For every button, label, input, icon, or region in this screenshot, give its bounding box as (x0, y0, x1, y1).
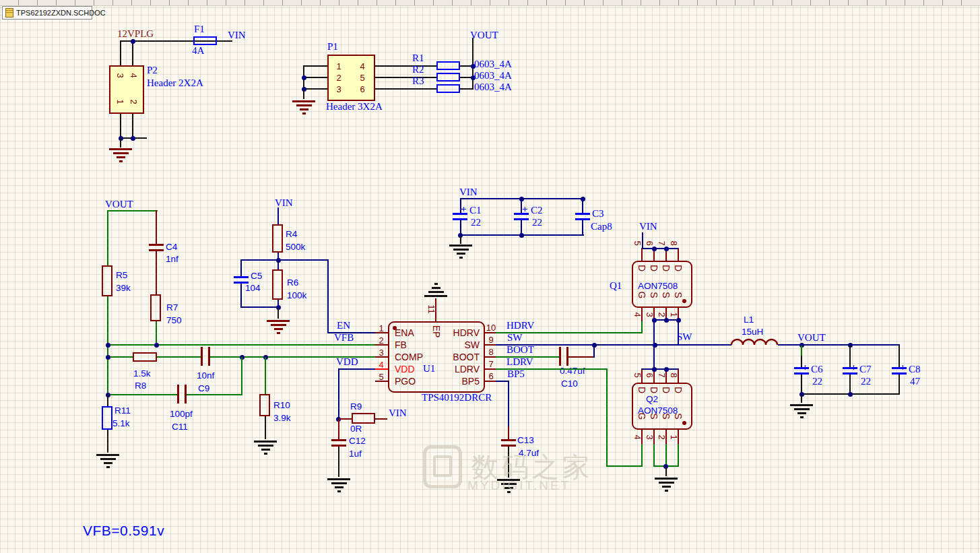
designator-r4[interactable]: R4 (286, 230, 297, 239)
designator-c12[interactable]: C12 (349, 436, 366, 446)
designator-c7[interactable]: C7 (859, 364, 872, 375)
net-label-bp5[interactable]: BP5 (507, 369, 525, 379)
designator-c1[interactable]: C1 (469, 205, 482, 216)
designator-c8[interactable]: C8 (909, 364, 921, 375)
net-label-sw[interactable]: SW (677, 332, 692, 342)
designator-l1[interactable]: L1 (744, 315, 754, 325)
ground-symbol[interactable] (266, 320, 290, 336)
designator-r9[interactable]: R9 (350, 402, 362, 412)
net-label-vin[interactable]: VIN (228, 30, 246, 40)
value-r7[interactable]: 750 (166, 316, 182, 325)
resistor-r7[interactable] (150, 294, 161, 321)
ground-symbol[interactable] (327, 478, 351, 494)
value-r2[interactable]: 0603_4A (474, 71, 512, 81)
value-c1[interactable]: 22 (471, 218, 481, 228)
designator-f1[interactable]: F1 (194, 24, 205, 34)
designator-u1[interactable]: U1 (423, 364, 435, 374)
value-c7[interactable]: 22 (861, 377, 871, 387)
value-q1[interactable]: AON7508 (638, 282, 678, 291)
document-tab[interactable]: TPS62192ZXDN.SCHDOC (2, 6, 92, 20)
value-p2[interactable]: Header 2X2A (147, 78, 203, 88)
value-c11[interactable]: 100pf (170, 410, 193, 419)
value-r8[interactable]: 1.5k (133, 369, 151, 379)
value-c3[interactable]: Cap8 (591, 222, 612, 232)
designator-r5[interactable]: R5 (116, 271, 127, 280)
value-c9[interactable]: 10nf (197, 371, 214, 381)
schematic-canvas[interactable]: TPS62192ZXDN.SCHDOC 3 4 1 2 P2 Header 2X… (0, 0, 980, 553)
designator-c10[interactable]: C10 (561, 379, 578, 389)
value-r11[interactable]: 5.1k (112, 419, 130, 428)
designator-r1[interactable]: R1 (412, 53, 424, 63)
resistor-r10[interactable] (259, 394, 270, 416)
designator-p1[interactable]: P1 (327, 42, 338, 52)
ground-symbol[interactable] (789, 404, 814, 420)
value-r3[interactable]: 0603_4A (474, 82, 512, 92)
value-p1[interactable]: Header 3X2A (326, 102, 383, 112)
designator-c9[interactable]: C9 (198, 384, 209, 393)
resistor-r4[interactable] (272, 224, 283, 253)
net-label-boot[interactable]: BOOT (507, 345, 534, 355)
designator-r6[interactable]: R6 (287, 278, 298, 288)
designator-q2[interactable]: Q2 (646, 395, 658, 404)
designator-r11[interactable]: R11 (115, 406, 131, 416)
net-label-vout[interactable]: VOUT (470, 30, 498, 40)
value-r1[interactable]: 0603_4A (474, 59, 512, 69)
value-r9[interactable]: 0R (350, 424, 362, 434)
designator-c11[interactable]: C11 (172, 422, 188, 432)
resistor-r5[interactable] (102, 265, 112, 296)
designator-r2[interactable]: R2 (412, 65, 424, 75)
resistor-r6[interactable] (272, 269, 283, 300)
value-c2[interactable]: 22 (532, 218, 542, 228)
resistor-r8[interactable] (133, 352, 157, 362)
connector-p1[interactable] (327, 55, 375, 101)
value-c8[interactable]: 47 (910, 377, 920, 387)
net-label-en[interactable]: EN (337, 321, 350, 331)
resistor-r2[interactable] (436, 73, 460, 82)
net-label-vin[interactable]: VIN (459, 187, 478, 197)
resistor-r11[interactable] (102, 406, 112, 430)
ground-symbol[interactable] (449, 245, 473, 261)
ground-symbol[interactable] (108, 148, 133, 164)
designator-c4[interactable]: C4 (166, 242, 177, 252)
value-u1[interactable]: TPS40192DRCR (422, 393, 492, 403)
designator-c5[interactable]: C5 (251, 271, 262, 281)
designator-c3[interactable]: C3 (592, 209, 604, 219)
designator-r8[interactable]: R8 (135, 381, 146, 391)
value-l1[interactable]: 15uH (742, 327, 763, 337)
value-c5[interactable]: 104 (245, 284, 261, 293)
net-label-sw[interactable]: SW (507, 333, 523, 343)
inductor-l1[interactable] (731, 336, 778, 346)
net-label-vdd[interactable]: VDD (336, 357, 358, 367)
ground-symbol[interactable] (654, 478, 678, 494)
net-label-vout[interactable]: VOUT (797, 333, 826, 343)
resistor-r9[interactable] (352, 413, 375, 424)
net-label-vin[interactable]: VIN (639, 222, 657, 232)
net-label-hdrv[interactable]: HDRV (507, 321, 534, 331)
designator-p2[interactable]: P2 (147, 65, 158, 75)
resistor-r3[interactable] (436, 84, 460, 93)
value-r5[interactable]: 39k (116, 284, 131, 293)
ground-symbol[interactable] (292, 100, 316, 117)
designator-c2[interactable]: C2 (531, 205, 543, 216)
designator-c13[interactable]: C13 (517, 436, 534, 445)
value-c6[interactable]: 22 (812, 377, 822, 387)
value-c4[interactable]: 1nf (166, 255, 178, 264)
designator-r3[interactable]: R3 (412, 76, 424, 86)
net-label-12vplg[interactable]: 12VPLG (117, 29, 154, 39)
ground-symbol[interactable] (96, 454, 120, 470)
resistor-r1[interactable] (436, 61, 460, 70)
net-label-vout[interactable]: VOUT (105, 199, 133, 209)
net-label-vfb[interactable]: VFB (334, 333, 354, 343)
net-label-vin[interactable]: VIN (389, 408, 407, 418)
net-label-ldrv[interactable]: LDRV (507, 357, 533, 367)
fuse-f1[interactable] (193, 36, 217, 45)
value-r6[interactable]: 100k (287, 291, 306, 300)
designator-q1[interactable]: Q1 (610, 281, 622, 291)
value-f1[interactable]: 4A (192, 46, 204, 56)
value-r10[interactable]: 3.9k (273, 414, 291, 423)
ground-symbol[interactable] (253, 441, 277, 457)
designator-r7[interactable]: R7 (166, 303, 178, 313)
designator-c6[interactable]: C6 (811, 364, 823, 375)
value-r4[interactable]: 500k (286, 242, 305, 252)
value-c12[interactable]: 1uf (349, 449, 362, 459)
